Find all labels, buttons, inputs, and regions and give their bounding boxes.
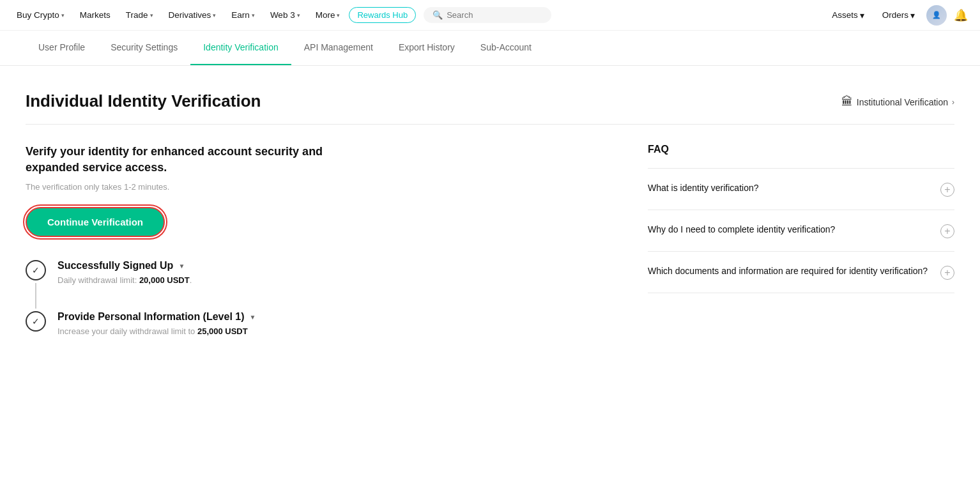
search-icon: 🔍 (433, 10, 443, 20)
tab-security-settings[interactable]: Security Settings (98, 31, 190, 65)
faq-item[interactable]: Which documents and information are requ… (648, 251, 954, 293)
nav-orders[interactable]: Orders ▾ (876, 6, 921, 24)
avatar[interactable]: 👤 (926, 5, 947, 26)
page-title: Individual Identity Verification (26, 91, 261, 111)
chevron-down-icon: ▼ (178, 263, 185, 270)
chevron-down-icon: ▾ (337, 12, 340, 19)
step-title: Successfully Signed Up ▼ (57, 260, 192, 272)
step-title: Provide Personal Information (Level 1) ▼ (57, 311, 256, 323)
chevron-down-icon: ▾ (910, 10, 915, 20)
top-nav: Buy Crypto ▾ Markets Trade ▾ Derivatives… (0, 0, 980, 31)
chevron-down-icon: ▾ (252, 12, 255, 19)
faq-item[interactable]: Why do I need to complete identity verif… (648, 210, 954, 251)
expand-icon: + (940, 183, 954, 197)
verify-subtext: The verification only takes 1-2 minutes. (26, 182, 622, 192)
step-connector: ✓ (26, 260, 46, 311)
verify-heading: Verify your identity for enhanced accoun… (26, 144, 622, 176)
nav-rewards-hub[interactable]: Rewards Hub (349, 7, 416, 23)
nav-markets[interactable]: Markets (73, 6, 117, 24)
chevron-right-icon: › (952, 98, 954, 107)
step-content: Provide Personal Information (Level 1) ▼… (57, 311, 256, 354)
content-grid: Verify your identity for enhanced accoun… (26, 144, 954, 354)
nav-more[interactable]: More ▾ (309, 6, 347, 24)
step-item: ✓ Provide Personal Information (Level 1)… (26, 311, 622, 354)
page-divider (26, 124, 954, 125)
page-header: Individual Identity Verification 🏛 Insti… (26, 91, 954, 111)
tab-api-management[interactable]: API Management (291, 31, 386, 65)
expand-icon: + (940, 266, 954, 280)
continue-verification-button[interactable]: Continue Verification (26, 207, 165, 237)
chevron-down-icon: ▾ (860, 10, 864, 20)
nav-web3[interactable]: Web 3 ▾ (264, 6, 307, 24)
nav-right: Assets ▾ Orders ▾ 👤 🔔 (825, 5, 970, 26)
tab-user-profile[interactable]: User Profile (26, 31, 98, 65)
expand-icon: + (940, 224, 954, 238)
nav-buy-crypto[interactable]: Buy Crypto ▾ (10, 6, 71, 24)
faq-question: Which documents and information are requ… (648, 264, 928, 278)
step-check-circle: ✓ (26, 260, 46, 280)
faq-question: What is identity verification? (648, 181, 759, 195)
tab-identity-verification[interactable]: Identity Verification (190, 31, 291, 65)
step-connector: ✓ (26, 311, 46, 354)
nav-derivatives[interactable]: Derivatives ▾ (162, 6, 223, 24)
sub-nav: User Profile Security Settings Identity … (0, 31, 980, 66)
steps-list: ✓ Successfully Signed Up ▼ Daily withdra… (26, 260, 622, 354)
tab-sub-account[interactable]: Sub-Account (468, 31, 544, 65)
chevron-down-icon: ▾ (213, 12, 216, 19)
tab-export-history[interactable]: Export History (386, 31, 468, 65)
notification-bell-icon[interactable]: 🔔 (952, 6, 970, 24)
nav-trade[interactable]: Trade ▾ (119, 6, 160, 24)
faq-section: FAQ What is identity verification? + Why… (648, 144, 954, 354)
nav-earn[interactable]: Earn ▾ (225, 6, 261, 24)
search-input[interactable] (447, 10, 542, 20)
step-content: Successfully Signed Up ▼ Daily withdrawa… (57, 260, 192, 311)
chevron-down-icon: ▾ (297, 12, 300, 19)
main-content: Individual Identity Verification 🏛 Insti… (0, 66, 980, 379)
chevron-down-icon: ▼ (250, 314, 256, 321)
nav-assets[interactable]: Assets ▾ (825, 6, 871, 24)
step-description: Daily withdrawal limit: 20,000 USDT. (57, 275, 192, 285)
step-line (35, 283, 36, 309)
faq-title: FAQ (648, 144, 954, 155)
left-section: Verify your identity for enhanced accoun… (26, 144, 622, 354)
chevron-down-icon: ▾ (61, 12, 65, 19)
step-item: ✓ Successfully Signed Up ▼ Daily withdra… (26, 260, 622, 311)
search-box[interactable]: 🔍 (424, 7, 551, 23)
institutional-icon: 🏛 (841, 95, 853, 109)
faq-item[interactable]: What is identity verification? + (648, 168, 954, 210)
step-description: Increase your daily withdrawal limit to … (57, 326, 256, 336)
institutional-verification-link[interactable]: 🏛 Institutional Verification › (841, 95, 954, 109)
faq-question: Why do I need to complete identity verif… (648, 223, 835, 236)
step-check-circle: ✓ (26, 311, 46, 332)
chevron-down-icon: ▾ (150, 12, 153, 19)
